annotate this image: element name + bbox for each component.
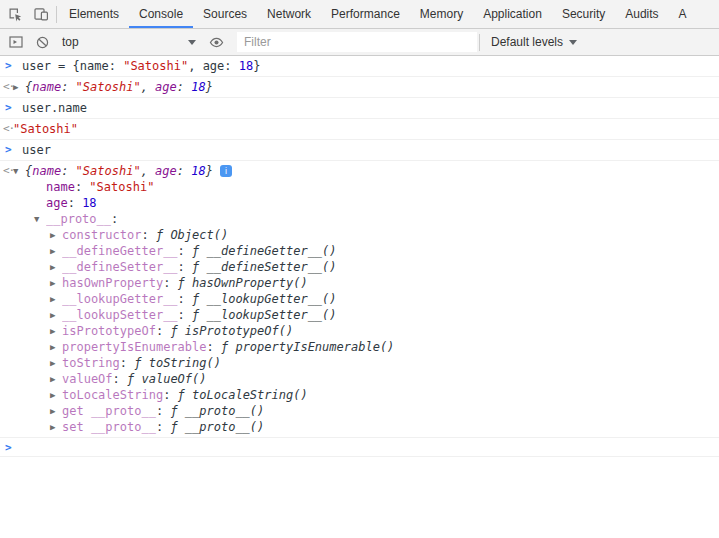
console-row: ▶set __proto__: ƒ __proto__() — [0, 419, 719, 435]
tab-memory[interactable]: Memory — [410, 0, 473, 28]
token-string: "Satoshi" — [13, 122, 78, 136]
expand-caret-icon[interactable]: ▶ — [50, 291, 62, 307]
console-row: ▶hasOwnProperty: ƒ hasOwnProperty() — [0, 275, 719, 291]
token-plain: : — [68, 196, 82, 210]
token-plain: : — [120, 356, 134, 370]
token-func: ƒ __lookupGetter__() — [192, 292, 337, 306]
tab-performance[interactable]: Performance — [321, 0, 410, 28]
token-string: "Satoshi" — [76, 80, 141, 94]
chevron-down-icon — [188, 40, 196, 45]
token-string: "Satoshi" — [76, 164, 141, 178]
token-plain: : — [156, 404, 170, 418]
token-number: 18 — [191, 80, 205, 94]
console-row: ▶__lookupSetter__: ƒ __lookupSetter__() — [0, 307, 719, 323]
expand-caret-icon[interactable]: ▶ — [13, 79, 25, 95]
tab-security[interactable]: Security — [552, 0, 615, 28]
console-row: ▼__proto__: — [0, 211, 719, 227]
token-name: age — [155, 80, 177, 94]
token-dimname: set __proto__ — [62, 420, 156, 434]
token-dimname: __lookupSetter__ — [62, 308, 178, 322]
live-expression-button[interactable] — [203, 30, 229, 54]
tab-strip: ElementsConsoleSourcesNetworkPerformance… — [59, 0, 719, 28]
token-func: ƒ propertyIsEnumerable() — [221, 340, 394, 354]
token-plain: } — [253, 59, 260, 73]
expand-caret-icon[interactable]: ▶ — [50, 259, 62, 275]
token-func: ƒ valueOf() — [127, 372, 206, 386]
token-plain: user = {name: — [22, 59, 123, 73]
token-name: name — [46, 180, 75, 194]
console-row: ▶toString: ƒ toString() — [0, 355, 719, 371]
expand-caret-icon[interactable]: ▶ — [50, 403, 62, 419]
log-level-label: Default levels — [491, 35, 563, 49]
token-plain: : — [156, 420, 170, 434]
token-dimname: get __proto__ — [62, 404, 156, 418]
tab-sources[interactable]: Sources — [193, 0, 257, 28]
console-toolbar: top Default levels — [0, 29, 719, 56]
token-plain: user — [22, 143, 51, 157]
tab-elements[interactable]: Elements — [59, 0, 129, 28]
console-row: name: "Satoshi" — [0, 179, 719, 195]
execution-context-selector[interactable]: top — [55, 31, 203, 53]
tab-network[interactable]: Network — [257, 0, 321, 28]
console-row: ▶__defineSetter__: ƒ __defineSetter__() — [0, 259, 719, 275]
context-label: top — [62, 35, 79, 49]
tab-console[interactable]: Console — [129, 0, 193, 28]
expand-caret-icon[interactable]: ▶ — [50, 339, 62, 355]
tab-a[interactable]: A — [669, 0, 697, 28]
token-dimname: isPrototypeOf — [62, 324, 156, 338]
expand-caret-icon[interactable]: ▶ — [50, 387, 62, 403]
collapse-caret-icon[interactable]: ▼ — [13, 163, 25, 179]
token-plain: : — [156, 324, 170, 338]
filter-input[interactable] — [237, 32, 477, 52]
token-name: age — [155, 164, 177, 178]
eye-icon — [208, 34, 225, 51]
token-plain: : — [61, 80, 75, 94]
console-sidebar-toggle-button[interactable] — [3, 30, 29, 54]
token-plain: : — [163, 388, 177, 402]
clear-console-button[interactable] — [29, 30, 55, 54]
console-input-entry: >user — [0, 140, 719, 161]
chevron-down-icon — [569, 40, 577, 45]
log-level-selector[interactable]: Default levels — [482, 35, 586, 49]
expand-caret-icon[interactable]: ▶ — [50, 371, 62, 387]
console-row: ▶constructor: ƒ Object() — [0, 227, 719, 243]
console-row: age: 18 — [0, 195, 719, 211]
expand-caret-icon[interactable]: ▶ — [50, 355, 62, 371]
token-plain: : — [177, 80, 191, 94]
console-prompt-entry: > — [0, 438, 719, 457]
expand-caret-icon[interactable]: ▶ — [50, 243, 62, 259]
expand-caret-icon[interactable]: ▶ — [50, 323, 62, 339]
token-name: name — [32, 164, 61, 178]
result-marker-icon: <· — [3, 121, 14, 137]
token-plain: , — [141, 80, 155, 94]
devtools-window: ElementsConsoleSourcesNetworkPerformance… — [0, 0, 719, 538]
token-dimname: toLocaleString — [62, 388, 163, 402]
expand-caret-icon[interactable]: ▶ — [50, 307, 62, 323]
console-input-entry: >user = {name: "Satoshi", age: 18} — [0, 56, 719, 77]
token-dimname: hasOwnProperty — [62, 276, 163, 290]
console-row: "Satoshi" — [0, 121, 719, 137]
token-plain: : — [113, 372, 127, 386]
token-plain: : — [61, 164, 75, 178]
tab-application[interactable]: Application — [473, 0, 552, 28]
prompt-marker-icon: > — [5, 440, 11, 456]
console-result-entry: <·"Satoshi" — [0, 119, 719, 140]
console-result-entry: <·▶{name: "Satoshi", age: 18} — [0, 77, 719, 98]
expand-caret-icon[interactable]: ▶ — [50, 227, 62, 243]
console-row: user — [0, 142, 719, 158]
token-name: name — [32, 80, 61, 94]
console-row: ▶{name: "Satoshi", age: 18} — [0, 79, 719, 95]
collapse-caret-icon[interactable]: ▼ — [34, 211, 46, 227]
device-toolbar-icon — [33, 6, 49, 22]
expand-caret-icon[interactable]: ▶ — [50, 275, 62, 291]
device-toolbar-button[interactable] — [28, 2, 54, 26]
result-marker-icon: <· — [3, 163, 14, 179]
console-row: user.name — [0, 100, 719, 116]
token-dimname: __proto__ — [46, 212, 111, 226]
expand-caret-icon[interactable]: ▶ — [50, 419, 62, 435]
inspect-element-button[interactable] — [2, 2, 28, 26]
token-string: "Satoshi" — [89, 180, 154, 194]
console-row: ▶get __proto__: ƒ __proto__() — [0, 403, 719, 419]
token-func: ƒ hasOwnProperty() — [178, 276, 308, 290]
tab-audits[interactable]: Audits — [615, 0, 668, 28]
